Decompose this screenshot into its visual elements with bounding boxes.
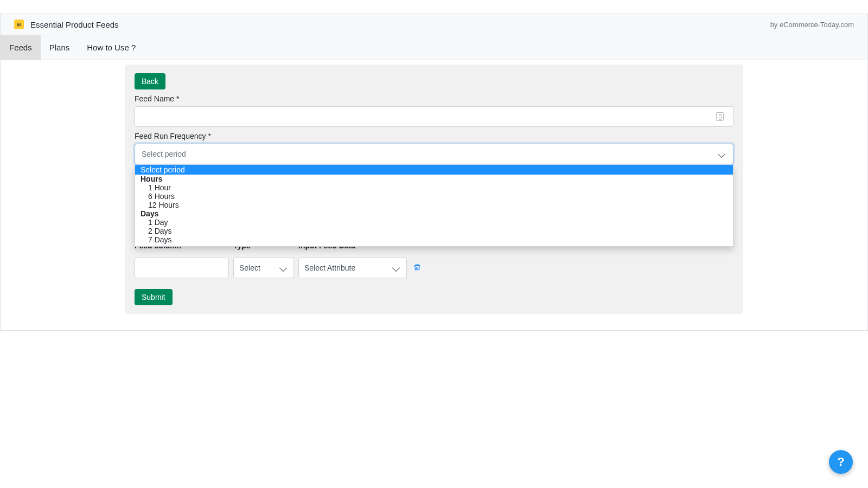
back-button[interactable]: Back — [135, 73, 165, 89]
frequency-option[interactable]: 2 Days — [135, 227, 733, 235]
mapping-row: Select Select Attribute — [135, 258, 733, 278]
frequency-option[interactable]: 1 Hour — [135, 183, 733, 192]
trash-icon[interactable] — [411, 261, 423, 275]
note-icon: ▯ — [716, 112, 724, 121]
form-card: Back Feed Name * ▯ Feed Run Frequency * … — [125, 65, 743, 314]
frequency-option-placeholder[interactable]: Select period — [135, 165, 733, 175]
tab-feeds[interactable]: Feeds — [1, 35, 41, 60]
frequency-group: Days — [135, 209, 733, 218]
frequency-option[interactable]: 7 Days — [135, 235, 733, 244]
feed-name-label: Feed Name * — [135, 94, 733, 103]
frequency-option[interactable]: 6 Hours — [135, 192, 733, 201]
frequency-dropdown[interactable]: Select periodHours1 Hour6 Hours12 HoursD… — [135, 165, 733, 247]
frequency-option[interactable]: 1 Day — [135, 218, 733, 227]
frequency-select[interactable]: Select period — [135, 144, 733, 164]
mapping-input-feed-data-select[interactable]: Select Attribute — [298, 258, 407, 278]
tab-plans[interactable]: Plans — [41, 35, 79, 60]
mapping-type-select[interactable]: Select — [233, 258, 294, 278]
chevron-down-icon — [279, 264, 287, 272]
app-header: ⊞ Essential Product Feeds by eCommerce-T… — [1, 14, 867, 35]
frequency-label: Feed Run Frequency * — [135, 132, 733, 140]
frequency-option[interactable]: 12 Hours — [135, 201, 733, 209]
by-line: by eCommerce-Today.com — [770, 21, 854, 29]
submit-button[interactable]: Submit — [135, 289, 173, 305]
frequency-selected-text: Select period — [142, 150, 186, 158]
chevron-down-icon — [718, 150, 725, 158]
nav-tabs: Feeds Plans How to Use ? — [1, 35, 867, 60]
app-icon: ⊞ — [14, 20, 24, 29]
feed-name-input[interactable] — [135, 106, 733, 127]
mapping-feed-column-input[interactable] — [135, 258, 229, 278]
frequency-group: Hours — [135, 175, 733, 183]
app-title: Essential Product Feeds — [30, 20, 119, 29]
tab-how-to-use[interactable]: How to Use ? — [78, 35, 144, 60]
chevron-down-icon — [392, 264, 400, 272]
